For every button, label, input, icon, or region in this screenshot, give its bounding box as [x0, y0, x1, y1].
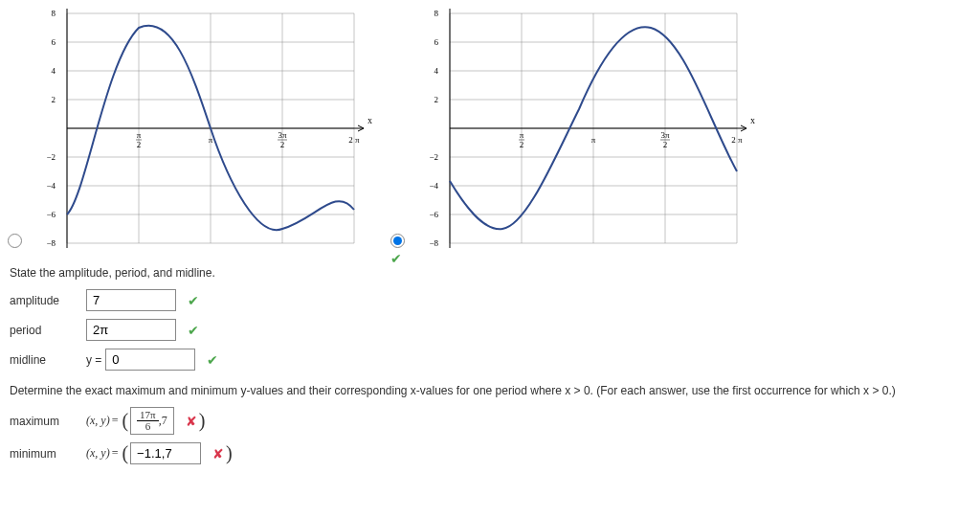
radio-option-2[interactable] — [390, 234, 405, 251]
midline-prefix: y = — [86, 353, 101, 367]
svg-text:2: 2 — [280, 140, 285, 149]
input-amplitude[interactable] — [86, 289, 176, 311]
svg-text:8: 8 — [52, 9, 56, 18]
svg-text:−8: −8 — [429, 238, 438, 248]
svg-text:x: x — [750, 115, 755, 125]
q1-prompt: State the amplitude, period, and midline… — [10, 266, 980, 280]
svg-text:−8: −8 — [46, 238, 56, 248]
check-icon: ✔ — [390, 251, 402, 266]
svg-text:2: 2 — [434, 95, 439, 104]
svg-text:4: 4 — [434, 66, 439, 76]
graph-option-2[interactable]: ✔ 8 — [412, 4, 756, 253]
svg-text:−4: −4 — [429, 181, 438, 191]
row-period: period ✔ — [10, 319, 980, 341]
svg-text:π: π — [520, 130, 524, 140]
svg-text:−2: −2 — [429, 152, 438, 162]
row-maximum: maximum (x, y)= ( 17π6,7 ✘ ) — [10, 407, 980, 435]
svg-text:x: x — [368, 115, 372, 125]
label-minimum: minimum — [10, 447, 86, 461]
cross-icon: ✘ — [186, 414, 197, 429]
svg-text:3π: 3π — [278, 130, 287, 140]
check-icon: ✔ — [188, 293, 199, 308]
svg-text:6: 6 — [52, 37, 56, 47]
graph-option-1[interactable]: 8 6 4 2 −2 −4 −6 −8 π 2 π 3π 2 2 π x — [29, 4, 373, 253]
q2-prompt: Determine the exact maximum and minimum … — [10, 384, 980, 397]
svg-text:π: π — [137, 130, 142, 140]
svg-text:2: 2 — [137, 140, 142, 149]
label-period: period — [10, 324, 86, 337]
row-midline: midline y = ✔ — [10, 349, 980, 371]
input-maximum[interactable]: 17π6,7 — [130, 407, 174, 435]
radio-option-1[interactable] — [8, 234, 22, 251]
label-amplitude: amplitude — [10, 294, 86, 307]
plot-1: 8 6 4 2 −2 −4 −6 −8 π 2 π 3π 2 2 π x — [29, 4, 373, 253]
input-period[interactable] — [86, 319, 176, 341]
svg-text:−6: −6 — [429, 210, 438, 219]
label-maximum: maximum — [10, 415, 86, 428]
svg-text:2 π: 2 π — [348, 135, 360, 145]
svg-text:−6: −6 — [46, 210, 56, 219]
check-icon: ✔ — [188, 323, 199, 338]
row-amplitude: amplitude ✔ — [10, 289, 980, 311]
svg-text:2: 2 — [663, 140, 668, 149]
svg-text:6: 6 — [434, 37, 439, 47]
svg-text:2 π: 2 π — [731, 135, 743, 145]
svg-text:4: 4 — [52, 66, 56, 76]
input-minimum[interactable] — [130, 442, 201, 464]
svg-text:8: 8 — [434, 9, 439, 18]
xy-label: (x, y) — [86, 446, 110, 461]
cross-icon: ✘ — [212, 446, 224, 462]
check-icon: ✔ — [207, 352, 218, 368]
input-midline[interactable] — [105, 349, 195, 371]
svg-text:2: 2 — [520, 140, 524, 149]
svg-text:π: π — [591, 135, 596, 145]
row-minimum: minimum (x, y)= ( ✘ ) — [10, 442, 980, 464]
svg-text:−2: −2 — [46, 152, 56, 162]
plot-2: 8 6 4 2 −2 −4 −6 −8 π 2 π 3π 2 2 π x — [412, 4, 756, 253]
svg-text:−4: −4 — [46, 181, 56, 191]
svg-text:2: 2 — [52, 95, 56, 104]
xy-label: (x, y) — [86, 414, 110, 428]
svg-text:3π: 3π — [660, 130, 670, 140]
label-midline: midline — [10, 353, 86, 367]
